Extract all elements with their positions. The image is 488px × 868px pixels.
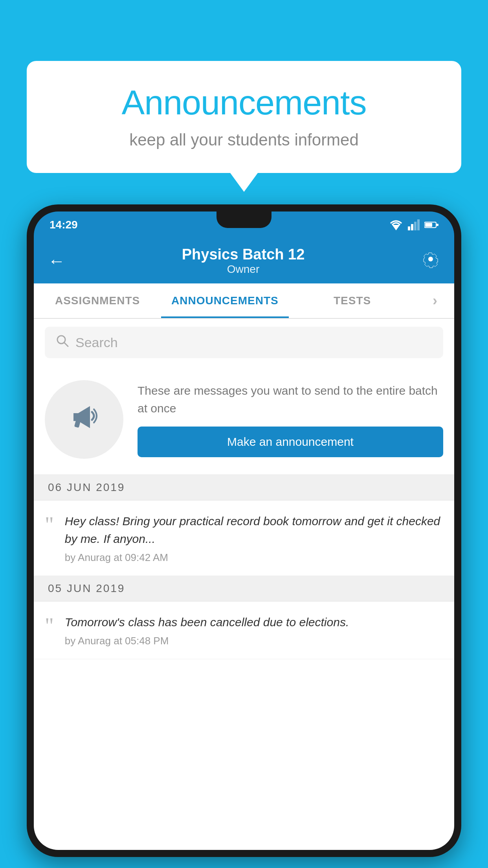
svg-rect-3 [414, 222, 416, 230]
svg-line-9 [64, 342, 68, 346]
signal-icon [408, 219, 420, 230]
app-bar-title-area: Physics Batch 12 Owner [182, 246, 305, 276]
date-separator-1: 06 JUN 2019 [34, 475, 454, 500]
wifi-icon [389, 219, 403, 230]
phone-container: 14:29 [27, 204, 461, 868]
gear-icon [421, 250, 440, 268]
announcement-message-1: Hey class! Bring your practical record b… [65, 512, 443, 548]
svg-marker-0 [392, 225, 400, 230]
status-time: 14:29 [50, 219, 78, 231]
tab-tests[interactable]: TESTS [289, 283, 416, 318]
megaphone-icon [66, 398, 102, 441]
announcement-item-2[interactable]: " Tomorrow's class has been cancelled du… [34, 601, 454, 659]
speech-bubble-area: Announcements keep all your students inf… [27, 61, 461, 173]
search-bar[interactable]: Search [45, 327, 443, 358]
phone-frame: 14:29 [27, 204, 461, 857]
status-icons [389, 219, 438, 230]
phone-notch [216, 211, 272, 228]
date-separator-2: 05 JUN 2019 [34, 576, 454, 601]
announcement-description: These are messages you want to send to t… [138, 382, 443, 417]
app-bar: ← Physics Batch 12 Owner [34, 238, 454, 283]
svg-rect-6 [425, 223, 432, 227]
battery-icon [424, 221, 438, 229]
status-bar: 14:29 [34, 211, 454, 238]
svg-rect-4 [417, 219, 420, 230]
make-announcement-button[interactable]: Make an announcement [138, 427, 443, 457]
megaphone-circle [45, 380, 123, 459]
tabs-bar: ASSIGNMENTS ANNOUNCEMENTS TESTS › [34, 283, 454, 319]
tab-assignments[interactable]: ASSIGNMENTS [34, 283, 161, 318]
app-bar-subtitle: Owner [182, 263, 305, 276]
search-bar-container: Search [34, 319, 454, 366]
announcement-text-1: Hey class! Bring your practical record b… [65, 512, 443, 564]
announcement-item-1[interactable]: " Hey class! Bring your practical record… [34, 500, 454, 576]
speech-bubble: Announcements keep all your students inf… [27, 61, 461, 173]
back-button[interactable]: ← [48, 251, 65, 271]
speech-bubble-subtitle: keep all your students informed [50, 131, 438, 149]
settings-button[interactable] [421, 250, 440, 272]
announcement-meta-2: by Anurag at 05:48 PM [65, 635, 443, 647]
tab-more[interactable]: › [416, 283, 454, 318]
announcement-prompt: These are messages you want to send to t… [34, 366, 454, 475]
svg-rect-7 [437, 224, 438, 226]
quote-icon-1: " [45, 514, 54, 536]
announcement-message-2: Tomorrow's class has been cancelled due … [65, 613, 443, 631]
tab-announcements[interactable]: ANNOUNCEMENTS [161, 283, 288, 318]
announcement-meta-1: by Anurag at 09:42 AM [65, 552, 443, 564]
quote-icon-2: " [45, 615, 54, 637]
app-bar-title: Physics Batch 12 [182, 246, 305, 263]
search-placeholder-text: Search [75, 335, 118, 350]
svg-rect-2 [411, 224, 413, 230]
phone-content: Search Th [34, 319, 454, 850]
speech-bubble-title: Announcements [50, 83, 438, 123]
announcement-text-2: Tomorrow's class has been cancelled due … [65, 613, 443, 647]
search-icon [56, 334, 69, 351]
announcement-right: These are messages you want to send to t… [138, 382, 443, 457]
svg-rect-1 [408, 226, 410, 230]
